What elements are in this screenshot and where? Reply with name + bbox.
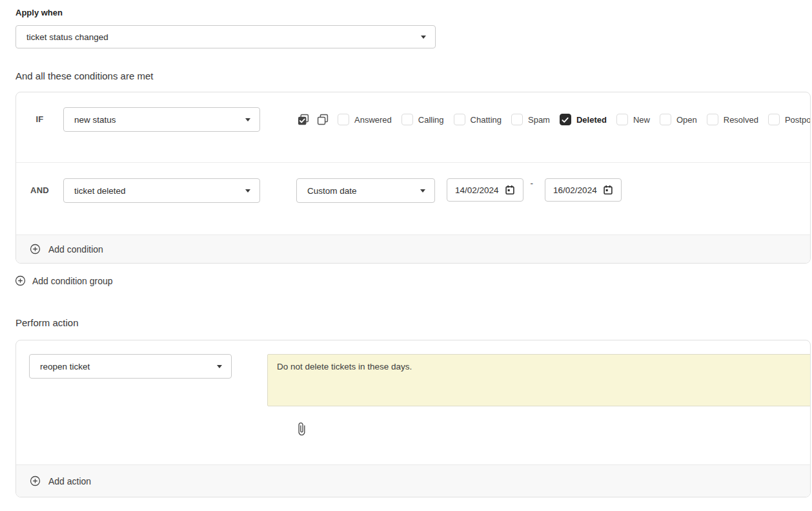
status-checkbox[interactable]: Chatting bbox=[454, 114, 502, 125]
status-options: Answered Calling Chatting Spam bbox=[298, 107, 811, 132]
action-field-value: reopen ticket bbox=[40, 362, 90, 371]
checkbox-icon[interactable] bbox=[511, 114, 523, 125]
checkbox-icon[interactable] bbox=[454, 114, 465, 125]
copy-icon[interactable] bbox=[317, 114, 329, 125]
calendar-icon[interactable] bbox=[603, 185, 613, 195]
chevron-down-icon bbox=[245, 189, 250, 193]
status-checkbox[interactable]: Open bbox=[660, 114, 697, 125]
status-checkbox-label: Answered bbox=[354, 115, 392, 125]
rule-builder: Apply when ticket status changed And all… bbox=[0, 0, 812, 497]
condition-prefix: AND bbox=[16, 178, 63, 195]
status-checkbox-list: Answered Calling Chatting Spam bbox=[338, 114, 811, 125]
add-condition-group-button[interactable]: Add condition group bbox=[15, 275, 812, 286]
action-field-select[interactable]: reopen ticket bbox=[29, 354, 232, 379]
condition-row-and: AND ticket deleted Custom date 14/02/202… bbox=[16, 162, 810, 235]
status-checkbox[interactable]: Postponed bbox=[768, 114, 811, 125]
condition-prefix: IF bbox=[16, 107, 63, 124]
condition-field-select[interactable]: new status bbox=[63, 107, 260, 132]
status-checkbox[interactable]: Calling bbox=[401, 114, 444, 125]
conditions-title: And all these conditions are met bbox=[15, 70, 812, 81]
add-action-label: Add action bbox=[48, 476, 91, 486]
date-range-separator: - bbox=[531, 178, 534, 188]
chevron-down-icon bbox=[217, 365, 222, 368]
add-condition-button[interactable]: Add condition bbox=[16, 235, 810, 263]
action-row: reopen ticket bbox=[16, 340, 810, 464]
status-checkbox[interactable]: Answered bbox=[338, 114, 392, 125]
action-note-column bbox=[267, 354, 811, 439]
status-checkbox-label: Spam bbox=[528, 115, 550, 125]
status-checkbox-label: Resolved bbox=[724, 115, 758, 125]
add-action-button[interactable]: Add action bbox=[16, 464, 810, 497]
checkbox-icon[interactable] bbox=[660, 114, 671, 125]
checkbox-icon[interactable] bbox=[560, 114, 571, 125]
action-group: reopen ticket Add action bbox=[15, 340, 811, 497]
circle-plus-icon bbox=[15, 275, 26, 286]
attachment-row bbox=[294, 421, 811, 439]
condition-field-select[interactable]: ticket deleted bbox=[63, 178, 260, 203]
add-condition-group-label: Add condition group bbox=[32, 276, 113, 286]
status-checkbox-label: Open bbox=[676, 115, 697, 125]
condition-row-if: IF new status bbox=[16, 92, 810, 162]
date-to-input[interactable]: 16/02/2024 bbox=[545, 178, 622, 202]
date-from-input[interactable]: 14/02/2024 bbox=[447, 178, 523, 202]
checkbox-icon[interactable] bbox=[707, 114, 718, 125]
date-to-value: 16/02/2024 bbox=[553, 185, 597, 195]
condition-field-value: ticket deleted bbox=[74, 186, 126, 196]
circle-plus-icon bbox=[30, 475, 41, 486]
status-checkbox[interactable]: Spam bbox=[511, 114, 550, 125]
apply-when-label: Apply when bbox=[15, 8, 812, 17]
chevron-down-icon bbox=[421, 36, 426, 39]
date-operator-select[interactable]: Custom date bbox=[296, 178, 435, 203]
status-checkbox-label: Calling bbox=[418, 115, 444, 125]
status-checkbox[interactable]: Resolved bbox=[707, 114, 758, 125]
status-checkbox[interactable]: Deleted bbox=[560, 114, 607, 125]
status-checkbox-label: Postponed bbox=[785, 115, 811, 125]
checkbox-icon[interactable] bbox=[768, 114, 780, 125]
condition-field-value: new status bbox=[74, 115, 116, 125]
status-checkbox[interactable]: New bbox=[616, 114, 650, 125]
checkbox-icon[interactable] bbox=[401, 114, 413, 125]
checkbox-icon[interactable] bbox=[616, 114, 628, 125]
date-operator-value: Custom date bbox=[307, 186, 357, 196]
circle-plus-icon bbox=[30, 244, 41, 255]
action-note[interactable] bbox=[267, 354, 811, 406]
trigger-select-value: ticket status changed bbox=[26, 32, 108, 42]
select-all-icon[interactable] bbox=[298, 114, 309, 125]
paperclip-icon[interactable] bbox=[294, 421, 309, 437]
trigger-select[interactable]: ticket status changed bbox=[15, 25, 436, 48]
condition-group: IF new status bbox=[15, 92, 811, 264]
status-checkbox-label: Deleted bbox=[576, 115, 607, 125]
calendar-icon[interactable] bbox=[505, 185, 515, 195]
date-from-value: 14/02/2024 bbox=[455, 185, 499, 195]
perform-action-title: Perform action bbox=[15, 317, 812, 328]
add-condition-label: Add condition bbox=[48, 244, 103, 255]
chevron-down-icon bbox=[420, 189, 425, 193]
status-checkbox-label: New bbox=[633, 115, 650, 125]
check-icon bbox=[561, 116, 569, 124]
checkbox-icon[interactable] bbox=[338, 114, 349, 125]
status-checkbox-label: Chatting bbox=[471, 115, 502, 125]
chevron-down-icon bbox=[245, 118, 250, 121]
